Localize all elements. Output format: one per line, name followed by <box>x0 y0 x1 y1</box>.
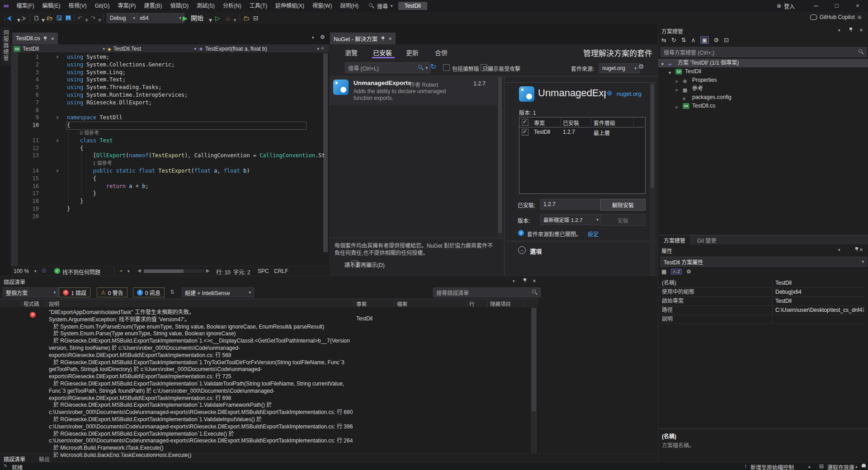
code-line-17[interactable]: 17 } <box>11 190 315 197</box>
error-search-input[interactable]: 搜尋錯誤清單 <box>433 287 541 297</box>
code-line-4[interactable]: 4using System.Text; <box>11 76 315 84</box>
col-project[interactable]: 專案 <box>534 119 545 127</box>
platform-dropdown[interactable]: x64▾ <box>137 13 184 23</box>
window-position-icon[interactable]: ▾ <box>838 28 840 33</box>
code-line-19[interactable]: 19} <box>11 205 315 213</box>
tree-item--testdll-1-1-[interactable]: ▾∞方案 'TestDll' (1/1 個專案) <box>658 59 868 67</box>
configuration-dropdown[interactable]: Debug▾ <box>107 13 138 23</box>
split-editor-icon[interactable]: ÷ <box>321 45 324 52</box>
alphabetical-sort-icon[interactable]: A↓Z <box>671 269 682 274</box>
codelens-indicator[interactable]: 0 個參考 <box>80 129 315 137</box>
sign-in-button[interactable]: ⊕ 登入 <box>777 2 795 10</box>
window-position-icon[interactable]: ▾ <box>838 248 840 252</box>
maximize-button[interactable]: □ <box>826 0 847 12</box>
fold-marker[interactable]: ∨ <box>56 53 59 61</box>
close-icon[interactable]: × <box>859 27 863 33</box>
start-debug-label[interactable]: 開始 <box>191 14 203 22</box>
navigate-forward-icon[interactable]: ⮞ <box>22 14 26 22</box>
hscroll-right-arrow[interactable]: ▶ <box>206 268 210 273</box>
menu-item-3[interactable]: Git(G) <box>91 0 114 12</box>
solution-badge[interactable]: TestDll <box>398 2 427 10</box>
menu-item-8[interactable]: 分析(N) <box>219 0 245 12</box>
breadcrumb-project-dropdown[interactable]: C# TestDll ▾ <box>12 45 107 53</box>
table-row[interactable]: TestDll 1.2.7 最上層 <box>519 127 644 137</box>
menu-item-0[interactable]: 檔案(F) <box>12 0 38 12</box>
undo-icon[interactable]: ↶ <box>77 14 83 22</box>
package-list-scrollbar[interactable] <box>497 76 503 237</box>
nest-icon[interactable]: ⇅ <box>681 37 686 43</box>
menu-item-11[interactable]: 視窗(W) <box>308 0 336 12</box>
expander-icon[interactable]: ▹ <box>676 103 678 111</box>
show-all-files-icon[interactable]: ▣ <box>700 36 708 44</box>
save-icon[interactable]: 🖫 <box>56 14 62 22</box>
column-header-3[interactable]: 檔案 <box>397 300 407 307</box>
document-tab-testdll-cs[interactable]: TestDll.cs × <box>12 33 58 44</box>
code-line-12[interactable]: 12 { <box>11 145 315 152</box>
window-position-icon[interactable]: ▾ <box>513 279 515 283</box>
col-level[interactable]: 套件層級 <box>594 119 615 127</box>
install-button[interactable]: 安裝 <box>600 214 646 226</box>
hscroll-left-arrow[interactable]: ◀ <box>137 268 141 273</box>
details-scrollbar[interactable] <box>650 83 655 276</box>
code-line-14[interactable]: 14∨ public static float TestExport(float… <box>11 167 315 175</box>
close-icon[interactable]: × <box>388 36 392 42</box>
tree-item-testdll[interactable]: ▾C#TestDll <box>658 67 868 76</box>
error-project-cell[interactable]: TestDll <box>356 315 373 322</box>
code-line-2[interactable]: 2using System.Collections.Generic; <box>11 61 315 69</box>
properties-wrench-icon[interactable]: ⚙ <box>714 37 719 43</box>
breadcrumb-type-dropdown[interactable]: ◆ TestDll.Test ▾ <box>106 45 198 53</box>
tree-item-properties[interactable]: ▹⚙Properties <box>658 76 868 85</box>
code-line-10[interactable]: 10{ <box>11 122 315 129</box>
solution-search-input[interactable]: 搜尋方案總管 (Ctrl+;) <box>660 47 867 57</box>
property-value[interactable]: TestDll <box>775 296 864 306</box>
navigate-back-dropdown[interactable]: ▾ <box>17 16 20 24</box>
fold-marker[interactable]: ∨ <box>56 114 59 122</box>
package-source-dropdown[interactable]: nuget.org▾ <box>599 63 640 73</box>
redo-dropdown[interactable]: ▾ <box>98 16 101 24</box>
notifications-bell-icon[interactable] <box>862 464 866 467</box>
build-intellisense-dropdown[interactable]: 組建 + IntelliSense▾ <box>182 287 254 297</box>
select-all-checkbox[interactable] <box>522 119 528 126</box>
tree-item-testdll-cs[interactable]: ▹C#TestDll.cs <box>658 102 868 110</box>
menu-item-2[interactable]: 檢視(V) <box>65 0 91 12</box>
editor-options-gear-icon[interactable]: ⚙ <box>320 34 325 40</box>
menu-item-5[interactable]: 建置(B) <box>140 0 166 12</box>
prerelease-checkbox[interactable] <box>443 64 450 71</box>
collapse-all-icon[interactable]: ∧ <box>691 37 696 43</box>
search-button[interactable]: 搜尋 ▾ <box>369 2 393 10</box>
code-line-6[interactable]: 6using System.Runtime.InteropServices; <box>11 91 315 99</box>
document-tab-nuget[interactable]: NuGet - 解決方案 × <box>330 33 396 44</box>
column-header-5[interactable]: 隱藏項目 <box>490 300 511 307</box>
open-file-icon[interactable]: 🗁 <box>47 14 53 22</box>
tab-solution-explorer[interactable]: 方案總管 <box>658 235 691 245</box>
column-header-4[interactable]: 行 <box>469 300 475 307</box>
refresh-icon[interactable]: ↻ <box>430 62 436 71</box>
preview-icon[interactable]: ⊡ <box>724 37 729 43</box>
breadcrumb-member-dropdown[interactable]: ❖ TestExport(float a, float b) ▾ <box>197 45 320 53</box>
nuget-tab-0[interactable]: 瀏覽 <box>345 48 358 57</box>
add-to-source-control-button[interactable]: 新增至原始檔控制 <box>750 463 794 470</box>
property-row-0[interactable]: (名稱)TestDll <box>659 278 866 288</box>
new-project-icon[interactable]: 🗋 <box>33 14 40 22</box>
pin-icon[interactable] <box>43 36 47 41</box>
code-line-9[interactable]: 9∨namespace TestDll <box>11 114 315 122</box>
property-row-3[interactable]: 路徑C:\Users\user\Desktop\test_cs_dnf472 <box>659 306 866 315</box>
close-button[interactable]: × <box>847 0 868 12</box>
pin-icon[interactable] <box>523 278 527 283</box>
switch-views-icon[interactable]: ⇆ <box>661 37 666 43</box>
property-value[interactable]: C:\Users\user\Desktop\test_cs_dnf472 <box>775 306 864 315</box>
menu-item-9[interactable]: 工具(T) <box>245 0 271 12</box>
column-header-0[interactable]: 程式碼 <box>24 300 39 307</box>
code-line-16[interactable]: 16 return a + b; <box>11 183 315 190</box>
fold-marker[interactable]: ∨ <box>56 137 59 145</box>
redo-icon[interactable]: ↷ <box>90 14 96 22</box>
code-line-20[interactable]: 20 <box>11 213 315 221</box>
code-line-18[interactable]: 18 } <box>11 197 315 205</box>
new-project-dropdown[interactable]: ▾ <box>42 16 45 24</box>
menu-item-4[interactable]: 專案(P) <box>113 0 140 12</box>
start-without-debug-icon[interactable]: ▷ <box>215 14 220 22</box>
minimize-button[interactable]: ─ <box>806 0 826 12</box>
code-line-3[interactable]: 3using System.Linq; <box>11 69 315 76</box>
undo-dropdown[interactable]: ▾ <box>85 16 88 24</box>
nuget-tab-3[interactable]: 合併 <box>435 48 448 57</box>
